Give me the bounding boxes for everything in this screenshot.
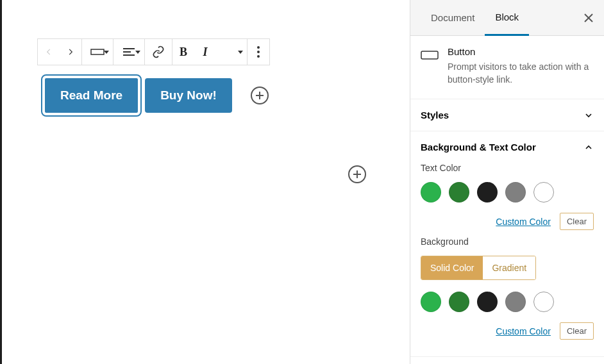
color-swatch[interactable] [477,182,498,203]
color-swatch[interactable] [505,292,526,312]
sidebar-tabs: Document Block [410,0,604,36]
solid-color-toggle[interactable]: Solid Color [421,256,483,279]
editor-canvas[interactable]: B I Read More Buy Now! [0,0,410,364]
background-type-toggle: Solid Color Gradient [421,256,536,280]
kebab-icon [257,46,260,58]
color-swatch[interactable] [421,292,441,312]
chevron-up-icon [583,142,594,153]
chevron-down-icon [583,110,594,120]
align-icon [123,47,135,56]
block-description: Prompt visitors to take action with a bu… [448,61,594,86]
tab-document[interactable]: Document [421,1,485,35]
color-swatch[interactable] [533,182,554,203]
background-label: Background [421,236,594,247]
add-block-inline-button[interactable] [251,87,269,104]
color-swatch[interactable] [477,292,498,312]
buttons-block: Read More Buy Now! [44,77,269,114]
button-block-selected[interactable]: Read More [44,77,139,114]
panel-title: Background & Text Color [421,142,536,153]
chevron-left-icon [44,47,53,56]
chevron-right-icon [66,47,75,56]
panel-title: Styles [421,110,449,120]
color-swatch[interactable] [421,182,441,203]
close-icon [583,13,594,23]
link-button[interactable] [145,39,172,65]
button-block-icon [421,48,439,62]
clear-text-color-button[interactable]: Clear [560,213,594,230]
button-text: Read More [60,88,122,103]
color-swatch[interactable] [449,292,469,312]
nav-prev-button[interactable] [38,39,60,65]
block-title: Button [448,46,594,57]
close-sidebar-button[interactable] [583,13,594,23]
add-block-button[interactable] [348,165,366,183]
more-format-dropdown[interactable] [216,39,247,65]
link-icon [152,46,165,58]
nav-next-button[interactable] [60,39,81,65]
align-dropdown[interactable] [113,39,144,65]
background-color-swatches [421,292,594,312]
colors-panel: Background & Text Color Text Color Custo… [410,131,604,357]
svg-point-4 [257,46,260,49]
svg-point-6 [257,55,260,58]
color-swatch[interactable] [533,292,554,312]
tab-block[interactable]: Block [485,0,529,36]
text-color-swatches [421,182,594,203]
styles-panel: Styles [410,99,604,131]
bold-button[interactable]: B [172,39,194,65]
text-color-label: Text Color [421,163,594,173]
custom-color-link[interactable]: Custom Color [496,217,551,227]
custom-color-link[interactable]: Custom Color [496,326,551,336]
button-text: Buy Now! [160,88,217,103]
italic-button[interactable]: I [194,39,216,65]
svg-point-5 [257,51,260,53]
plus-icon [352,169,362,179]
color-swatch[interactable] [449,182,469,203]
width-dropdown[interactable] [82,39,113,65]
settings-sidebar: Document Block Button Prompt visitors to… [410,0,604,364]
block-toolbar: B I [37,38,270,65]
gradient-toggle[interactable]: Gradient [483,256,535,279]
plus-icon [255,90,265,101]
width-icon [90,47,105,56]
color-swatch[interactable] [505,182,526,203]
clear-background-button[interactable]: Clear [560,322,594,340]
svg-rect-0 [91,49,104,54]
block-info-panel: Button Prompt visitors to take action wi… [410,36,604,99]
styles-panel-header[interactable]: Styles [410,99,604,131]
button-block[interactable]: Buy Now! [145,78,232,113]
svg-rect-13 [421,51,438,59]
colors-panel-header[interactable]: Background & Text Color [410,131,604,163]
more-options-button[interactable] [247,39,269,65]
